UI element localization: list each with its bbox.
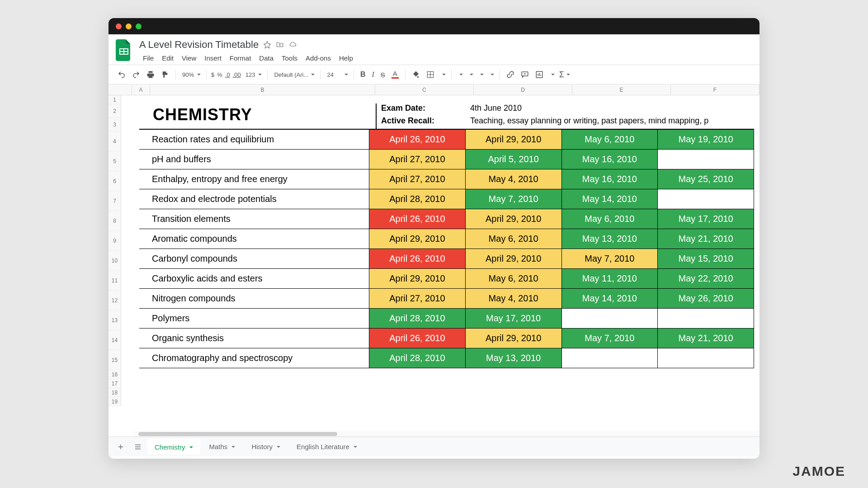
date-cell[interactable]: May 26, 2010 [658,288,754,308]
menu-insert[interactable]: Insert [201,52,225,64]
date-cell[interactable]: May 6, 2010 [561,129,658,149]
row-header-8[interactable]: 8 [108,211,121,231]
row-header-4[interactable]: 4 [108,131,121,151]
sheet-tab-english-literature[interactable]: English Literature [289,439,364,455]
date-cell[interactable]: May 7, 2010 [561,328,658,348]
date-cell[interactable]: April 26, 2010 [369,129,466,149]
tab-menu-icon[interactable] [231,446,235,448]
date-cell[interactable]: April 26, 2010 [369,328,466,348]
sheet-tab-history[interactable]: History [244,439,288,455]
topic-cell[interactable]: Nitrogen compounds [139,288,369,308]
topic-cell[interactable]: Organic synthesis [139,328,369,348]
table-row[interactable]: Nitrogen compoundsApril 27, 2010May 4, 2… [139,288,754,308]
row-header-3[interactable]: 3 [108,118,121,131]
date-cell[interactable]: May 4, 2010 [465,288,561,308]
topic-cell[interactable]: Transition elements [139,209,369,229]
row-header-17[interactable]: 17 [108,379,121,388]
spreadsheet-grid[interactable]: ABCDEF 12345678910111213141516171819 CHE… [108,84,760,436]
redo-button[interactable] [129,69,143,80]
menu-format[interactable]: Format [226,52,255,64]
insert-link-button[interactable] [504,69,517,80]
sheet-tab-chemistry[interactable]: Chemistry [147,439,200,455]
topic-cell[interactable]: Reaction rates and equilibrium [139,129,369,149]
column-header-F[interactable]: F [671,84,760,95]
menu-add-ons[interactable]: Add-ons [302,52,335,64]
date-cell[interactable]: April 29, 2010 [465,249,561,268]
column-header-E[interactable]: E [572,84,671,95]
menu-view[interactable]: View [178,52,200,64]
font-selector[interactable]: Default (Ari... [271,70,316,80]
window-zoom-button[interactable] [136,23,142,29]
paint-format-button[interactable] [158,69,172,80]
date-cell[interactable]: May 14, 2010 [561,189,658,209]
row-header-19[interactable]: 19 [108,397,121,406]
table-row[interactable]: Aromatic compoundsApril 29, 2010May 6, 2… [139,229,754,249]
cloud-status-icon[interactable] [288,41,297,49]
zoom-selector[interactable]: 90% [179,70,203,80]
table-row[interactable]: Chromatography and spectroscopyApril 28,… [139,348,754,368]
table-row[interactable]: Redox and electrode potentialsApril 28, … [139,189,754,209]
exam-date-value[interactable]: 4th June 2010 [470,103,522,116]
topic-cell[interactable]: Aromatic compounds [139,229,369,249]
menu-help[interactable]: Help [335,52,357,64]
text-rotation-button[interactable] [486,73,496,76]
date-cell[interactable]: April 29, 2010 [369,229,466,249]
date-cell[interactable] [658,189,754,209]
row-header-18[interactable]: 18 [108,388,121,397]
date-cell[interactable]: May 13, 2010 [561,229,658,249]
row-header-6[interactable]: 6 [108,171,121,191]
topic-cell[interactable]: Carbonyl compounds [139,249,369,268]
date-cell[interactable] [658,308,754,328]
date-cell[interactable]: May 21, 2010 [658,229,754,249]
row-header-9[interactable]: 9 [108,231,121,251]
date-cell[interactable] [561,308,658,328]
tab-menu-icon[interactable] [354,446,357,448]
move-folder-icon[interactable] [276,41,284,49]
select-all-corner[interactable] [108,84,132,95]
page-title[interactable]: CHEMISTRY [153,105,252,124]
active-recall-label[interactable]: Active Recall: [381,116,470,129]
table-row[interactable]: PolymersApril 28, 2010May 17, 2010 [139,308,754,328]
date-cell[interactable] [658,149,754,169]
date-cell[interactable]: April 27, 2010 [369,169,466,189]
date-cell[interactable]: May 6, 2010 [465,229,561,249]
column-header-C[interactable]: C [375,84,474,95]
date-cell[interactable]: April 28, 2010 [369,189,466,209]
merge-cells-button[interactable] [438,73,448,76]
date-cell[interactable] [658,348,754,368]
date-cell[interactable]: April 29, 2010 [465,328,561,348]
italic-button[interactable]: I [369,69,377,80]
fill-color-button[interactable] [409,69,423,80]
topic-cell[interactable]: Redox and electrode potentials [139,189,369,209]
text-color-button[interactable]: A [389,69,401,80]
row-header-12[interactable]: 12 [108,291,121,310]
horizontal-scrollbar[interactable] [134,431,760,436]
row-header-11[interactable]: 11 [108,271,121,291]
exam-date-label[interactable]: Exam Date: [381,103,470,116]
date-cell[interactable]: April 5, 2010 [465,149,561,169]
date-cell[interactable]: May 19, 2010 [658,129,754,149]
font-size-selector[interactable]: 24 [324,70,349,80]
column-header-D[interactable]: D [474,84,572,95]
scroll-handle[interactable] [138,432,337,436]
column-header-B[interactable]: B [150,84,375,95]
date-cell[interactable]: May 6, 2010 [561,209,658,229]
date-cell[interactable]: April 28, 2010 [369,348,466,368]
date-cell[interactable]: April 29, 2010 [465,209,561,229]
table-row[interactable]: Organic synthesisApril 26, 2010April 29,… [139,328,754,348]
currency-format-button[interactable]: $ [210,70,215,79]
borders-button[interactable] [424,69,437,80]
date-cell[interactable]: April 27, 2010 [369,288,466,308]
row-header-13[interactable]: 13 [108,310,121,330]
date-cell[interactable] [561,348,658,368]
topic-cell[interactable]: pH and buffers [139,149,369,169]
all-sheets-button[interactable] [130,440,146,454]
date-cell[interactable]: May 16, 2010 [561,169,658,189]
date-cell[interactable]: May 25, 2010 [658,169,754,189]
text-wrap-button[interactable] [476,73,486,76]
menu-edit[interactable]: Edit [158,52,177,64]
horizontal-align-button[interactable] [455,73,465,76]
increase-decimals-button[interactable]: .00 [232,70,242,79]
decrease-decimals-button[interactable]: .0 [224,70,231,79]
star-icon[interactable] [263,41,271,49]
